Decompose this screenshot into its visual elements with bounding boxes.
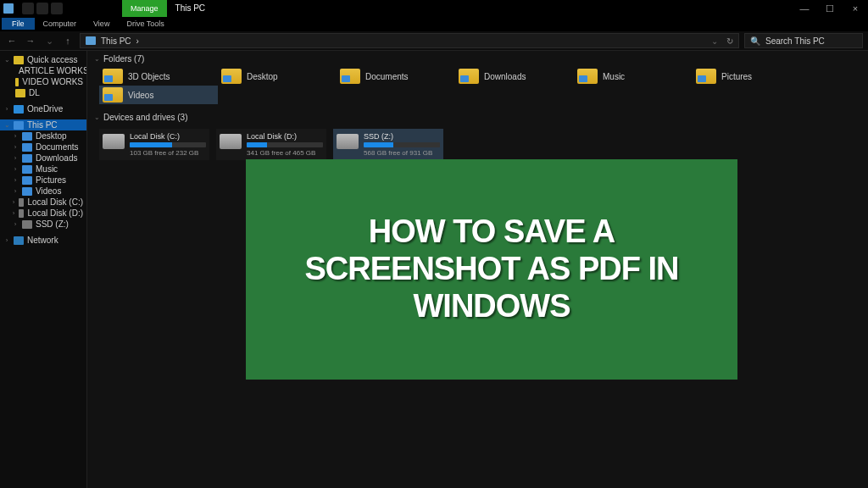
search-placeholder: Search This PC [765,36,825,46]
this-pc-icon [86,36,96,45]
ribbon-tab-file[interactable]: File [2,18,35,30]
address-bar[interactable]: This PC › ⌄ ↻ [80,33,739,48]
folder-icon [103,87,123,103]
folder-item-downloads[interactable]: Downloads [455,67,574,86]
drive-icon [337,134,359,149]
tree-item[interactable]: ›Videos [0,186,86,197]
drive-usage-bar [364,142,440,147]
refresh-button[interactable]: ↻ [726,36,733,46]
network-icon [14,236,24,245]
banner-headline: HOW TO SAVE A SCREENSHOT AS PDF IN WINDO… [263,214,721,324]
minimize-button[interactable]: — [792,0,817,17]
drive-name: Local Disk (D:) [247,132,323,141]
drive-icon [19,209,24,218]
tree-this-pc[interactable]: ⌄This PC [0,119,86,130]
folder-icon [22,187,32,196]
folder-icon [22,143,32,152]
tree-item[interactable]: VIDEO WORKS [0,76,86,87]
tree-item[interactable]: ›Desktop [0,130,86,141]
folder-icon [459,69,479,84]
folder-icon [103,69,123,84]
ribbon-tabs: File Computer View Drive Tools [0,17,868,30]
nav-up-button[interactable]: ↑ [61,36,75,46]
folder-icon [15,89,25,97]
drive-icon [220,134,242,149]
drive-icon [19,198,24,207]
tree-item[interactable]: ›Local Disk (D:) [0,208,86,219]
drive-icon [22,220,32,229]
tree-item[interactable]: ›Pictures [0,175,86,186]
tree-item[interactable]: ARTICLE WORKS [0,65,86,76]
folder-item-music[interactable]: Music [574,67,693,86]
tree-quick-access[interactable]: ⌄Quick access [0,54,86,65]
tree-item[interactable]: ›Local Disk (C:) [0,197,86,208]
tree-item[interactable]: ›Documents [0,141,86,152]
folder-item-desktop[interactable]: Desktop [218,67,337,86]
window-title: This PC [167,0,214,17]
drive-free-text: 568 GB free of 931 GB [364,149,440,157]
drive-usage-bar [247,142,323,147]
tree-item[interactable]: ›Downloads [0,152,86,164]
address-dropdown-icon[interactable]: ⌄ [711,36,718,46]
tree-item[interactable]: DL [0,87,86,98]
tree-item[interactable]: ›SSD (Z:) [0,219,86,230]
folder-icon [696,69,716,84]
folder-item-3d-objects[interactable]: 3D Objects [99,67,218,86]
drive-item-d[interactable]: Local Disk (D:) 341 GB free of 465 GB [216,129,326,160]
folder-item-documents[interactable]: Documents [337,67,455,86]
nav-forward-button[interactable]: → [24,36,37,46]
ribbon-tab-view[interactable]: View [85,19,118,28]
folder-icon [577,69,598,84]
section-header-folders[interactable]: Folders (7) [87,51,868,67]
this-pc-icon [14,121,24,130]
folder-item-pictures[interactable]: Pictures [693,67,811,86]
overlay-banner: HOW TO SAVE A SCREENSHOT AS PDF IN WINDO… [246,159,737,380]
ribbon-tab-drivetools[interactable]: Drive Tools [118,19,172,28]
drive-free-text: 103 GB free of 232 GB [130,149,206,157]
drive-item-c[interactable]: Local Disk (C:) 103 GB free of 232 GB [99,129,209,160]
folder-icon [221,69,242,84]
folder-icon [15,78,19,86]
tree-network[interactable]: ›Network [0,235,86,246]
qat-button[interactable] [51,3,63,14]
cloud-icon [14,105,24,114]
app-icon [3,3,14,14]
drive-item-z[interactable]: SSD (Z:) 568 GB free of 931 GB [333,129,443,160]
drive-free-text: 341 GB free of 465 GB [247,149,323,157]
breadcrumb-segment[interactable]: This PC [101,36,131,46]
breadcrumb-arrow[interactable]: › [136,36,139,46]
nav-recent-button[interactable]: ⌄ [42,36,56,47]
navigation-pane: ⌄Quick access ARTICLE WORKS VIDEO WORKS … [0,51,87,488]
folder-icon [22,176,32,185]
section-header-drives[interactable]: Devices and drives (3) [87,109,868,125]
drives-row: Local Disk (C:) 103 GB free of 232 GB Lo… [87,125,868,160]
qat-button[interactable] [36,3,48,14]
quick-access-toolbar [22,3,63,14]
folder-icon [22,132,32,141]
address-bar-row: ← → ⌄ ↑ This PC › ⌄ ↻ 🔍 Search This PC [0,30,868,51]
ribbon-contextual-tab[interactable]: Manage [122,0,167,17]
nav-back-button[interactable]: ← [5,36,19,46]
qat-button[interactable] [22,3,34,14]
maximize-button[interactable]: ☐ [817,0,843,17]
folder-item-videos[interactable]: Videos [99,86,218,104]
drive-name: SSD (Z:) [364,132,440,141]
folder-icon [340,69,360,84]
folders-grid: 3D Objects Desktop Documents Downloads M… [87,67,868,109]
star-icon [14,56,24,64]
drive-usage-bar [130,142,206,147]
tree-onedrive[interactable]: ›OneDrive [0,103,86,114]
tree-item[interactable]: ›Music [0,164,86,175]
drive-name: Local Disk (C:) [130,132,206,141]
search-icon: 🔍 [750,36,760,46]
folder-icon [22,165,32,174]
folder-icon [22,154,32,163]
ribbon-tab-computer[interactable]: Computer [35,19,86,28]
search-box[interactable]: 🔍 Search This PC [744,33,863,48]
drive-icon [103,134,125,149]
close-button[interactable]: × [843,0,868,17]
title-bar: Manage This PC — ☐ × [0,0,868,17]
